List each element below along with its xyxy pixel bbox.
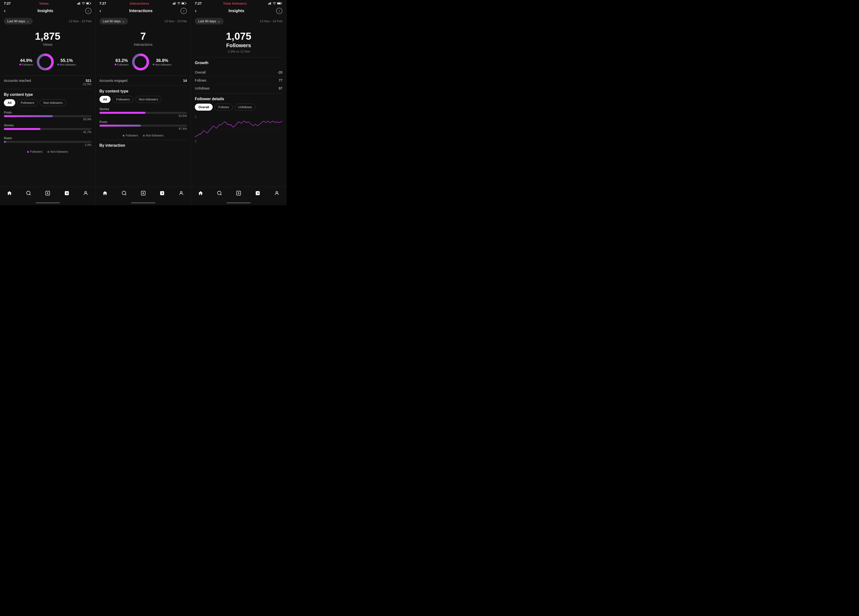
svg-rect-19 [175,2,175,5]
content-type-heading-interactions: By content type [95,86,191,96]
tab-followers-views[interactable]: Followers [17,99,38,106]
search-icon-3[interactable] [216,189,223,197]
accounts-reached-row: Accounts reached 521 -22.5% [0,76,95,89]
add-icon-3[interactable] [235,189,242,197]
dot-followers-views [19,64,21,66]
tab-all-interactions[interactable]: All [100,96,111,103]
add-icon-2[interactable] [139,189,147,197]
panel-followers: 7:27 Total followers ‹ Insights i Last 9… [191,0,286,205]
bar-stories-interactions: Stories 52.6% [95,106,191,119]
status-icons-1 [77,2,91,5]
tab-follows-followers[interactable]: Follows [215,103,233,111]
search-icon-2[interactable] [120,189,128,197]
back-button-2[interactable]: ‹ [100,8,101,14]
legend-interactions: Followers Non-followers [95,131,191,140]
profile-icon-3[interactable] [273,189,281,197]
chart-y-max: 5 [195,116,283,119]
add-icon-1[interactable] [44,189,52,197]
svg-rect-18 [174,2,175,5]
donut-left-views: 44.9% Followers [19,58,33,66]
bar-posts-interactions: Posts 47.4% [95,119,191,131]
date-range-3: 13 Nov - 10 Feb [260,19,283,23]
back-button-1[interactable]: ‹ [4,8,6,14]
donut-right-views: 55.1% Non-followers [57,58,76,66]
info-button-3[interactable]: i [276,8,283,14]
tab-nonfollowers-views[interactable]: Non-followers [40,99,66,106]
date-pill-2[interactable]: Last 90 days ⌄ [100,18,128,25]
profile-icon-2[interactable] [177,189,185,197]
svg-rect-1 [78,3,79,5]
svg-rect-0 [77,3,78,5]
donut-left-interactions: 63.2% Followers [115,58,128,66]
donut-row-views: 44.9% Followers 55.1% Non-followers [0,50,95,75]
status-bar-views: 7:27 Views [0,0,95,6]
reels-icon-2[interactable] [158,189,166,197]
home-indicator-1 [0,200,95,205]
legend-dot-nonfollowers-views [47,151,49,153]
nav-bar-interactions: ‹ Interactions i [95,6,191,16]
status-icons-2 [173,2,187,5]
search-icon-1[interactable] [25,189,33,197]
tab-followers-interactions[interactable]: Followers [112,96,133,103]
follower-details-heading: Follower details [191,94,286,103]
home-icon-2[interactable] [101,189,109,197]
date-pill-1[interactable]: Last 90 days ⌄ [4,18,33,25]
back-button-3[interactable]: ‹ [195,8,197,14]
svg-rect-34 [270,2,270,5]
svg-line-27 [125,194,126,195]
bar-reels-views: Reels 2.4% [0,135,95,148]
bottom-nav-2 [95,187,191,200]
filter-tabs-followers: Overall Follows Unfollows [191,103,286,114]
panel-views: 7:27 Views ‹ Insights i Last 90 days ⌄ 1… [0,0,95,205]
home-indicator-3 [191,200,286,205]
home-icon-1[interactable] [6,189,13,197]
growth-row-follows: Follows 77 [191,77,286,84]
info-button-2[interactable]: i [181,8,187,14]
chart-y-min: 0 [195,140,283,143]
tab-unfollows-followers[interactable]: Unfollows [235,103,256,111]
panel-content-interactions: 7 Interactions 63.2% Followers 36.8% [95,27,191,187]
date-filter-interactions: Last 90 days ⌄ 13 Nov - 10 Feb [95,16,191,27]
metric-label-interactions: Interactions [100,42,187,47]
date-pill-3[interactable]: Last 90 days ⌄ [195,18,223,25]
sparkline-container [195,120,283,139]
nav-title-2: Interactions [129,8,152,13]
svg-line-11 [30,194,30,195]
svg-point-15 [85,191,87,193]
donut-chart-interactions [131,52,150,72]
svg-rect-3 [80,2,80,5]
home-indicator-2 [95,200,191,205]
donut-row-interactions: 63.2% Followers 36.8% Non-followers [95,50,191,75]
panel-content-views: 1,875 Views 44.9% Followers 55.1% [0,27,95,187]
svg-point-40 [217,191,221,195]
status-time-1: 7:27 [4,2,11,5]
by-interaction-heading: By interaction [95,140,191,150]
reels-icon-3[interactable] [254,189,262,197]
tab-overall-followers[interactable]: Overall [195,103,213,111]
legend-dot-nonfollowers-interactions [143,135,145,136]
donut-chart-views [36,52,55,72]
follower-chart-area: 5 0 [191,114,286,145]
date-filter-views: Last 90 days ⌄ 13 Nov - 10 Feb [0,16,95,27]
dot-followers-interactions [115,64,116,66]
home-icon-3[interactable] [197,189,205,197]
info-button-1[interactable]: i [85,8,91,14]
svg-rect-6 [91,3,91,4]
status-title-followers: Total followers [223,2,247,5]
status-time-3: 7:27 [195,2,201,5]
profile-icon-1[interactable] [82,189,89,197]
tab-all-views[interactable]: All [4,99,15,106]
nav-bar-followers: ‹ Insights i [191,6,286,16]
svg-point-10 [27,191,30,195]
svg-rect-5 [86,3,89,4]
dot-nonfollowers-interactions [153,64,155,66]
tab-nonfollowers-interactions[interactable]: Non-followers [135,96,162,103]
legend-dot-followers-interactions [123,135,124,136]
bar-posts-views: Posts 55.9% [0,109,95,122]
metric-label-followers: Followers [195,42,283,48]
metric-hero-interactions: 7 Interactions [95,29,191,50]
date-range-1: 13 Nov - 10 Feb [69,19,91,23]
svg-rect-17 [173,3,174,5]
svg-rect-21 [182,3,184,4]
reels-icon-1[interactable] [63,189,71,197]
